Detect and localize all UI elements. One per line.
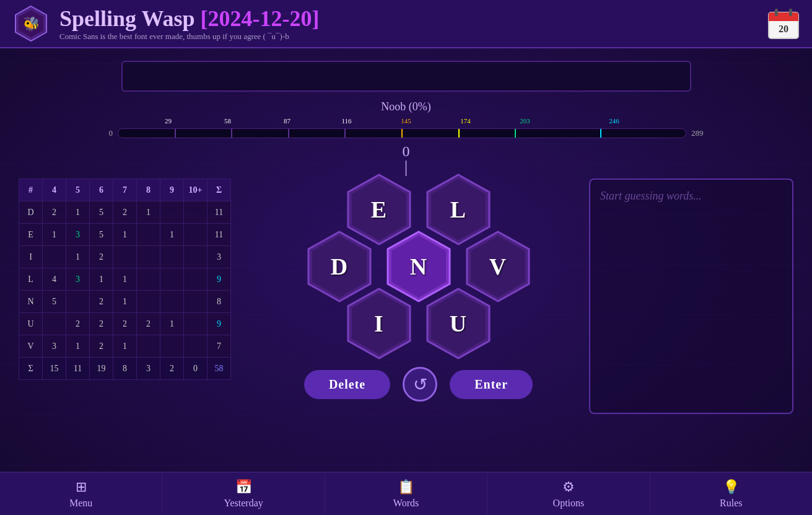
- tick-8: [600, 129, 601, 138]
- grid-row-D: D2152111: [19, 201, 231, 224]
- logo: 🐝: [12, 5, 50, 42]
- milestone-246: 246: [609, 117, 619, 125]
- grid-letter-5: U: [19, 313, 43, 335]
- grid-cell-3-5: [160, 268, 184, 291]
- grid-cell-3-0: 4: [43, 268, 66, 291]
- word-list-placeholder: Start guessing words...: [600, 190, 782, 203]
- grid-cell-4-5: [160, 291, 184, 313]
- yesterday-icon: 📅: [235, 479, 252, 495]
- nav-menu[interactable]: ⊞ Menu: [0, 473, 162, 515]
- grid-cell-2-6: [184, 246, 207, 268]
- main-title: Spelling Wasp [2024-12-20]: [59, 6, 757, 32]
- svg-text:🐝: 🐝: [23, 15, 40, 32]
- grid-letter-0: D: [19, 201, 43, 224]
- grid-sum-6: 7: [207, 335, 231, 358]
- tick-2: [231, 129, 232, 138]
- grid-row-N: N5218: [19, 291, 231, 313]
- word-input[interactable]: [130, 68, 683, 84]
- rules-label: Rules: [720, 498, 742, 509]
- grid-sum-4: 8: [207, 291, 231, 313]
- grid-cell-3-6: [184, 268, 207, 291]
- nav-yesterday[interactable]: 📅 Yesterday: [162, 473, 325, 515]
- grid-letter-4: N: [19, 291, 43, 313]
- calendar-icon[interactable]: 20: [767, 7, 800, 40]
- grid-cell-3-4: [137, 268, 160, 291]
- grid-cell-0-3: 2: [113, 201, 137, 224]
- grid-cell-7-0: 15: [43, 358, 66, 380]
- title-text: Spelling Wasp: [59, 6, 200, 31]
- grid-body: D2152111E1351111I123L43119N5218U222219V3…: [19, 201, 231, 380]
- tick-7: [515, 129, 516, 138]
- progress-rail: [118, 128, 686, 138]
- hex-E-letter: E: [371, 196, 386, 223]
- nav-words[interactable]: 📋 Words: [325, 473, 487, 515]
- grid-cell-6-1: 1: [66, 335, 90, 358]
- progress-right: 289: [691, 128, 704, 138]
- grid-row-V: V31217: [19, 335, 231, 358]
- grid-cell-4-0: 5: [43, 291, 66, 313]
- yesterday-label: Yesterday: [224, 498, 263, 509]
- grid-cell-4-3: 1: [113, 291, 137, 313]
- menu-label: Menu: [69, 498, 92, 509]
- delete-button[interactable]: Delete: [304, 370, 390, 399]
- tick-4: [344, 129, 346, 138]
- words-label: Words: [393, 498, 419, 509]
- grid-row-U: U222219: [19, 313, 231, 335]
- grid-cell-7-3: 8: [113, 358, 137, 380]
- enter-button[interactable]: Enter: [450, 370, 533, 399]
- action-buttons: Delete ↺ Enter: [304, 367, 533, 402]
- grid-cell-0-0: 2: [43, 201, 66, 224]
- grid-cell-1-2: 5: [90, 224, 113, 246]
- nav-rules[interactable]: 💡 Rules: [650, 473, 812, 515]
- col-sum: Σ: [207, 179, 231, 201]
- grid-cell-1-5: 1: [160, 224, 184, 246]
- grid-cell-0-4: 1: [137, 201, 160, 224]
- grid-cell-5-5: 1: [160, 313, 184, 335]
- grid-cell-6-6: [184, 335, 207, 358]
- rank-label: Noob (0%): [0, 100, 812, 113]
- col-hash: #: [19, 179, 43, 201]
- grid-sum-5: 9: [207, 313, 231, 335]
- grid-cell-5-4: 2: [137, 313, 160, 335]
- grid-sum-0: 11: [207, 201, 231, 224]
- milestone-174: 174: [460, 117, 471, 125]
- grid-cell-2-3: [113, 246, 137, 268]
- bottom-nav: ⊞ Menu 📅 Yesterday 📋 Words ⚙ Options 💡 R…: [0, 472, 812, 515]
- grid-cell-3-1: 3: [66, 268, 90, 291]
- milestone-58: 58: [224, 117, 231, 125]
- grid-cell-1-6: [184, 224, 207, 246]
- honeycomb-area: E L D N V I: [302, 178, 535, 414]
- hex-I[interactable]: I: [342, 286, 416, 361]
- nav-options[interactable]: ⚙ Options: [487, 473, 650, 515]
- grid-letter-2: I: [19, 246, 43, 268]
- col-6: 6: [90, 179, 113, 201]
- milestone-116: 116: [341, 117, 351, 125]
- grid-header-row: # 4 5 6 7 8 9 10+ Σ: [19, 179, 231, 201]
- grid-cell-1-1: 3: [66, 224, 90, 246]
- grid-cell-0-2: 5: [90, 201, 113, 224]
- grid-cell-1-3: 1: [113, 224, 137, 246]
- words-icon: 📋: [398, 479, 414, 495]
- grid-cell-0-5: [160, 201, 184, 224]
- grid-cell-2-2: 2: [90, 246, 113, 268]
- hex-D-letter: D: [331, 253, 347, 280]
- input-bar[interactable]: [121, 61, 691, 92]
- grid-cell-7-6: 0: [184, 358, 207, 380]
- grid-cell-6-2: 2: [90, 335, 113, 358]
- grid-cell-7-1: 11: [66, 358, 90, 380]
- shuffle-button[interactable]: ↺: [403, 367, 437, 402]
- grid-sum-1: 11: [207, 224, 231, 246]
- hex-V-letter: V: [489, 253, 506, 280]
- title-block: Spelling Wasp [2024-12-20] Comic Sans is…: [59, 6, 757, 42]
- hex-U[interactable]: U: [421, 286, 495, 361]
- grid-cell-2-1: 1: [66, 246, 90, 268]
- grid-cell-4-4: [137, 291, 160, 313]
- grid-letter-7: Σ: [19, 358, 43, 380]
- hex-N-letter: N: [410, 253, 427, 280]
- col-8: 8: [137, 179, 160, 201]
- col-4: 4: [43, 179, 66, 201]
- grid-cell-4-6: [184, 291, 207, 313]
- svg-text:20: 20: [779, 24, 788, 34]
- grid-row-E: E1351111: [19, 224, 231, 246]
- grid-cell-4-1: [66, 291, 90, 313]
